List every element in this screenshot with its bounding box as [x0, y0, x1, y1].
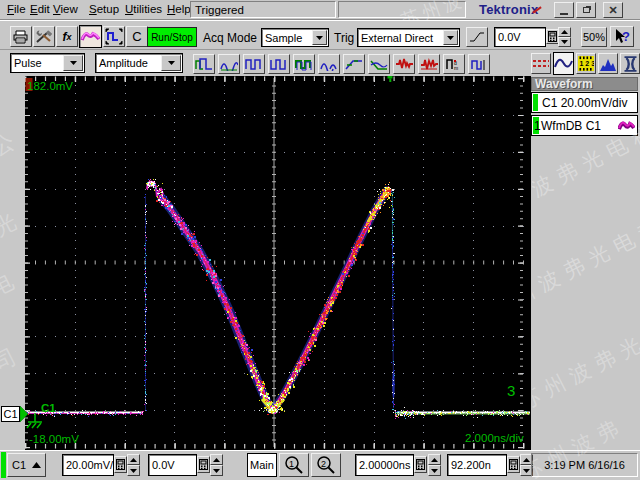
svg-text:m: m: [454, 65, 458, 71]
svg-text:2: 2: [321, 459, 326, 469]
svg-text:?: ?: [622, 29, 630, 44]
svg-text:1 2 3: 1 2 3: [580, 60, 595, 67]
svg-text:1: 1: [289, 459, 294, 469]
